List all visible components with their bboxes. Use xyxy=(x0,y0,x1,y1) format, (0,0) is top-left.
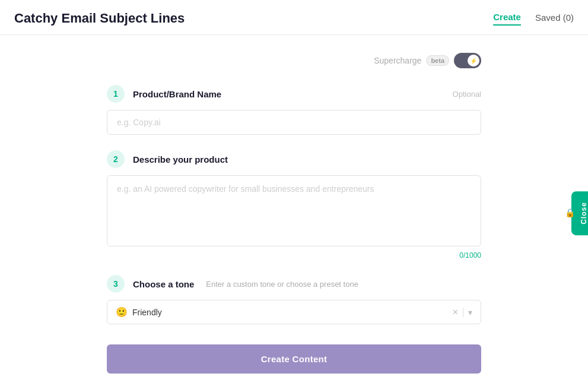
supercharge-toggle[interactable]: ⚡ xyxy=(454,53,481,68)
step2-left: 2 Describe your product xyxy=(107,150,228,168)
step1-label: Product/Brand Name xyxy=(133,89,221,99)
step2-label: Describe your product xyxy=(133,154,228,164)
page-title: Catchy Email Subject Lines xyxy=(14,11,185,26)
header-nav: Create Saved (0) xyxy=(493,12,574,26)
nav-saved[interactable]: Saved (0) xyxy=(535,12,574,25)
tone-select[interactable]: 🙂 Friendly × ▾ xyxy=(107,300,481,324)
step3-section: 3 Choose a tone Enter a custom tone or c… xyxy=(107,275,481,324)
app-header: Catchy Email Subject Lines Create Saved … xyxy=(0,0,588,35)
product-name-input[interactable] xyxy=(107,110,481,135)
bolt-icon: ⚡ xyxy=(470,58,477,64)
step2-circle: 2 xyxy=(107,150,125,168)
main-content: Supercharge beta ⚡ 1 Product/Brand Name … xyxy=(0,35,588,386)
tone-divider xyxy=(463,308,463,317)
close-tab-icon: 🔒 xyxy=(565,208,575,219)
product-description-textarea[interactable] xyxy=(107,175,481,246)
tone-emoji: 🙂 xyxy=(116,306,128,318)
create-content-button[interactable]: Create Content xyxy=(107,344,481,374)
step1-optional: Optional xyxy=(453,90,481,99)
step3-label: Choose a tone xyxy=(133,279,194,289)
chevron-down-icon[interactable]: ▾ xyxy=(468,308,472,317)
nav-create[interactable]: Create xyxy=(493,12,521,26)
supercharge-label: Supercharge xyxy=(374,56,421,65)
tone-value: Friendly xyxy=(132,308,453,317)
toggle-track: ⚡ xyxy=(454,53,481,68)
step3-circle: 3 xyxy=(107,275,125,293)
toggle-thumb: ⚡ xyxy=(468,55,479,67)
tone-actions: × ▾ xyxy=(453,308,472,317)
step3-left: 3 Choose a tone Enter a custom tone or c… xyxy=(107,275,358,293)
supercharge-row: Supercharge beta ⚡ xyxy=(107,53,481,68)
step3-header: 3 Choose a tone Enter a custom tone or c… xyxy=(107,275,481,293)
step1-circle: 1 xyxy=(107,85,125,103)
tone-hint: Enter a custom tone or choose a preset t… xyxy=(206,280,358,289)
beta-badge: beta xyxy=(426,55,449,66)
step1-header: 1 Product/Brand Name Optional xyxy=(107,85,481,103)
char-count: 0/1000 xyxy=(107,251,481,260)
step1-section: 1 Product/Brand Name Optional xyxy=(107,85,481,135)
close-tab[interactable]: Close 🔒 xyxy=(571,191,588,235)
step2-section: 2 Describe your product 0/1000 xyxy=(107,150,481,260)
tone-clear-icon[interactable]: × xyxy=(453,308,458,317)
step2-header: 2 Describe your product xyxy=(107,150,481,168)
close-tab-label: Close xyxy=(580,202,588,224)
step1-left: 1 Product/Brand Name xyxy=(107,85,221,103)
